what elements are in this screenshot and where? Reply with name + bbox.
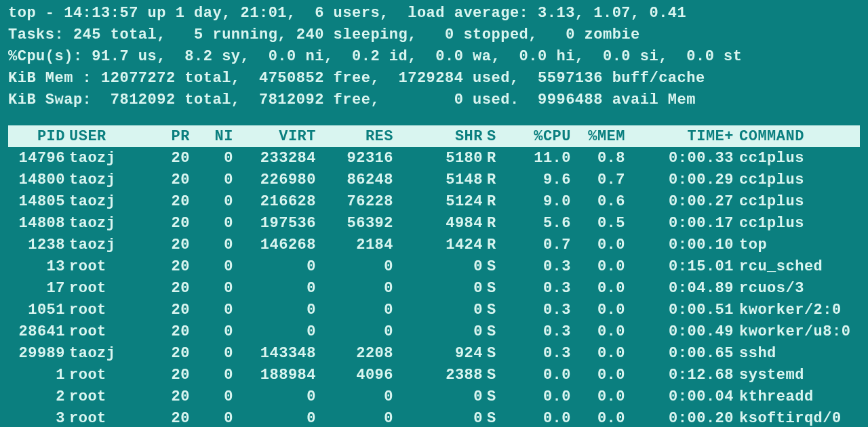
cell-ni: 0: [190, 407, 233, 427]
cell-virt: 146268: [233, 234, 316, 256]
cell-time: 0:00.49: [625, 321, 734, 342]
col-pr[interactable]: PR: [140, 125, 190, 147]
table-header-row[interactable]: PID USER PR NI VIRT RES SHR S %CPU %MEM …: [8, 125, 860, 147]
cell-cpu: 0.3: [510, 321, 571, 342]
col-ni[interactable]: NI: [190, 125, 233, 147]
cell-user: root: [65, 277, 140, 299]
table-row[interactable]: 14800taozj200226980862485148R9.60.70:00.…: [8, 169, 860, 190]
cell-res: 56392: [316, 212, 393, 234]
cell-s: R: [483, 169, 510, 190]
table-row[interactable]: 28641root200000S0.30.00:00.49kworker/u8:…: [8, 321, 860, 342]
col-s[interactable]: S: [483, 125, 510, 147]
cell-pr: 20: [140, 321, 190, 342]
cell-cpu: 11.0: [510, 147, 571, 169]
cell-mem: 0.6: [571, 190, 625, 212]
cell-time: 0:12.68: [625, 364, 734, 386]
cell-ni: 0: [190, 256, 233, 277]
cell-virt: 197536: [233, 212, 316, 234]
cell-s: R: [483, 147, 510, 169]
cell-res: 86248: [316, 169, 393, 190]
cell-virt: 216628: [233, 190, 316, 212]
col-pid[interactable]: PID: [8, 125, 65, 147]
cell-time: 0:15.01: [625, 256, 734, 277]
table-row[interactable]: 2root200000S0.00.00:00.04kthreadd: [8, 386, 860, 407]
cell-ni: 0: [190, 190, 233, 212]
cell-time: 0:00.10: [625, 234, 734, 256]
cell-pid: 1: [8, 364, 65, 386]
cell-res: 2184: [316, 234, 393, 256]
cell-s: S: [483, 386, 510, 407]
cell-pid: 1051: [8, 299, 65, 321]
table-row[interactable]: 14808taozj200197536563924984R5.60.50:00.…: [8, 212, 860, 234]
table-row[interactable]: 13root200000S0.30.00:15.01rcu_sched: [8, 256, 860, 277]
col-cpu[interactable]: %CPU: [510, 125, 571, 147]
cell-pr: 20: [140, 386, 190, 407]
cell-pr: 20: [140, 256, 190, 277]
col-res[interactable]: RES: [316, 125, 393, 147]
blank-line: [8, 110, 860, 125]
cell-s: S: [483, 364, 510, 386]
top-summary-line5: KiB Swap: 7812092 total, 7812092 free, 0…: [8, 89, 860, 111]
col-mem[interactable]: %MEM: [571, 125, 625, 147]
cell-shr: 0: [393, 321, 483, 342]
cell-user: taozj: [65, 212, 140, 234]
col-time[interactable]: TIME+: [625, 125, 734, 147]
cell-mem: 0.8: [571, 147, 625, 169]
cell-cmd: kworker/2:0: [734, 299, 860, 321]
cell-time: 0:00.65: [625, 342, 734, 364]
table-row[interactable]: 3root200000S0.00.00:00.20ksoftirqd/0: [8, 407, 860, 427]
cell-s: S: [483, 321, 510, 342]
cell-shr: 0: [393, 256, 483, 277]
cell-res: 0: [316, 256, 393, 277]
cell-shr: 5180: [393, 147, 483, 169]
cell-virt: 226980: [233, 169, 316, 190]
cell-virt: 143348: [233, 342, 316, 364]
cell-ni: 0: [190, 386, 233, 407]
col-shr[interactable]: SHR: [393, 125, 483, 147]
table-row[interactable]: 1238taozj20014626821841424R0.70.00:00.10…: [8, 234, 860, 256]
cell-cpu: 0.0: [510, 386, 571, 407]
cell-user: taozj: [65, 169, 140, 190]
col-virt[interactable]: VIRT: [233, 125, 316, 147]
cell-user: taozj: [65, 147, 140, 169]
terminal-screen: top - 14:13:57 up 1 day, 21:01, 6 users,…: [0, 0, 868, 427]
cell-cpu: 0.3: [510, 256, 571, 277]
cell-res: 0: [316, 386, 393, 407]
cell-time: 0:04.89: [625, 277, 734, 299]
cell-mem: 0.0: [571, 386, 625, 407]
cell-mem: 0.5: [571, 212, 625, 234]
cell-cmd: systemd: [734, 364, 860, 386]
cell-cpu: 0.0: [510, 407, 571, 427]
cell-cmd: cc1plus: [734, 212, 860, 234]
table-row[interactable]: 1root20018898440962388S0.00.00:12.68syst…: [8, 364, 860, 386]
cell-virt: 188984: [233, 364, 316, 386]
cell-pid: 14800: [8, 169, 65, 190]
cell-s: S: [483, 407, 510, 427]
cell-virt: 0: [233, 321, 316, 342]
col-cmd[interactable]: COMMAND: [734, 125, 860, 147]
table-row[interactable]: 14805taozj200216628762285124R9.00.60:00.…: [8, 190, 860, 212]
cell-virt: 0: [233, 299, 316, 321]
cell-pid: 2: [8, 386, 65, 407]
cell-mem: 0.0: [571, 321, 625, 342]
cell-time: 0:00.33: [625, 147, 734, 169]
table-row[interactable]: 29989taozj2001433482208924S0.30.00:00.65…: [8, 342, 860, 364]
cell-cpu: 0.3: [510, 342, 571, 364]
cell-mem: 0.0: [571, 277, 625, 299]
cell-ni: 0: [190, 212, 233, 234]
table-row[interactable]: 17root200000S0.30.00:04.89rcuos/3: [8, 277, 860, 299]
cell-s: S: [483, 342, 510, 364]
cell-pr: 20: [140, 169, 190, 190]
cell-pid: 14796: [8, 147, 65, 169]
table-row[interactable]: 14796taozj200233284923165180R11.00.80:00…: [8, 147, 860, 169]
cell-s: S: [483, 256, 510, 277]
top-summary-line1: top - 14:13:57 up 1 day, 21:01, 6 users,…: [8, 3, 860, 24]
cell-shr: 4984: [393, 212, 483, 234]
cell-pr: 20: [140, 342, 190, 364]
cell-virt: 233284: [233, 147, 316, 169]
table-row[interactable]: 1051root200000S0.30.00:00.51kworker/2:0: [8, 299, 860, 321]
cell-cpu: 0.3: [510, 277, 571, 299]
col-user[interactable]: USER: [65, 125, 140, 147]
cell-res: 4096: [316, 364, 393, 386]
cell-cmd: sshd: [734, 342, 860, 364]
